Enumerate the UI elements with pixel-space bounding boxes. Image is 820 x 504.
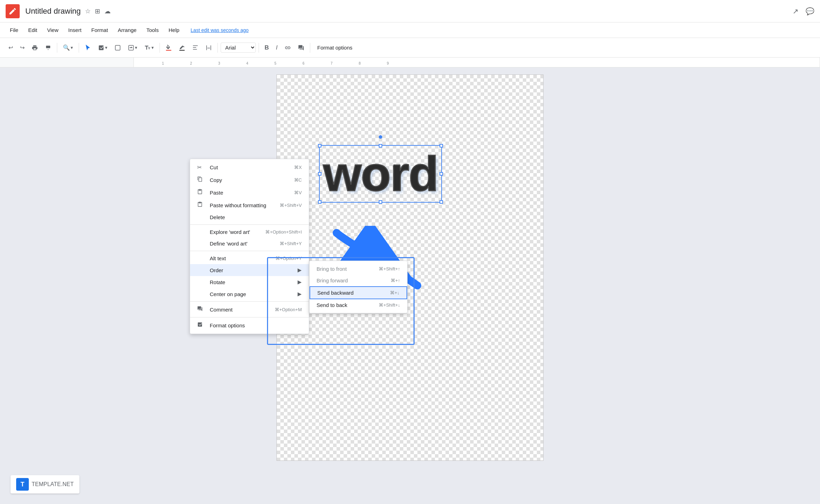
bring-front-label: Bring to front [317,266,379,272]
menu-file[interactable]: File [6,25,22,35]
ctx-delete-label: Delete [210,214,302,220]
handle-top-left[interactable] [318,144,321,148]
format-options-icon [197,322,206,329]
svg-text:4: 4 [246,61,248,65]
ctx-format-options[interactable]: Format options [190,319,309,332]
zoom-button[interactable]: 🔍 ▾ [60,42,76,53]
handle-top-middle[interactable] [379,144,382,148]
italic-button[interactable]: I [273,42,280,53]
handle-bottom-left[interactable] [318,200,321,204]
svg-text:1: 1 [162,61,164,65]
menu-format[interactable]: Format [87,25,112,35]
separator-5 [259,43,259,53]
ctx-order[interactable]: Order ▶ [190,264,309,276]
ctx-paste[interactable]: Paste ⌘V [190,186,309,199]
select-tool-button[interactable] [82,42,94,53]
ctx-define[interactable]: Define 'word art' ⌘+Shift+Y [190,238,309,249]
star-icon[interactable]: ☆ [85,7,91,15]
ctx-copy[interactable]: Copy ⌘C [190,174,309,186]
align-button[interactable] [189,42,201,53]
handle-left-middle[interactable] [318,172,321,176]
separator-4 [217,43,218,53]
redo-button[interactable]: ↪ [17,42,27,53]
send-backward-shortcut: ⌘+↓ [390,290,399,295]
word-art-element[interactable]: word [319,145,442,203]
ctx-center-label: Center on page [210,291,295,297]
separator-6 [310,43,310,53]
submenu-send-backward[interactable]: Send backward ⌘+↓ [310,286,407,299]
ctx-explore[interactable]: Explore 'word art' ⌘+Option+Shift+I [190,226,309,238]
shape-tool-button[interactable] [112,42,124,53]
center-arrow-icon: ▶ [298,291,302,297]
ctx-cut-shortcut: ⌘X [294,165,302,170]
paint-format-button[interactable] [42,42,54,53]
toolbar: ↩ ↪ 🔍 ▾ ▾ ▾ ▾ Arial B I [0,38,820,58]
comments-icon[interactable]: 💬 [806,7,814,15]
image-tool-button[interactable]: ▾ [125,42,140,53]
menu-view[interactable]: View [43,25,63,35]
ctx-paste-plain[interactable]: Paste without formatting ⌘+Shift+V [190,199,309,211]
ctx-center[interactable]: Center on page ▶ [190,288,309,300]
svg-text:9: 9 [387,61,389,65]
separator-3 [160,43,160,53]
format-options-button[interactable]: Format options [313,42,357,53]
menu-tools[interactable]: Tools [142,25,163,35]
menu-arrange[interactable]: Arrange [113,25,141,35]
border-color-button[interactable] [176,42,188,53]
svg-text:5: 5 [274,61,276,65]
ctx-paste-plain-shortcut: ⌘+Shift+V [280,203,302,208]
app-logo [6,4,20,18]
submenu-bring-forward[interactable]: Bring forward ⌘+↑ [310,275,407,286]
line-tool-button[interactable]: ▾ [95,42,110,53]
separator-1 [57,43,57,53]
ctx-comment[interactable]: Comment ⌘+Option+M [190,303,309,316]
bold-button[interactable]: B [262,42,272,53]
text-tool-button[interactable]: ▾ [142,42,157,53]
bring-forward-shortcut: ⌘+↑ [391,278,400,283]
handle-bottom-middle[interactable] [379,200,382,204]
link-button[interactable] [282,42,294,53]
menu-insert[interactable]: Insert [64,25,86,35]
rotate-handle[interactable] [379,135,382,139]
handle-top-right[interactable] [440,144,443,148]
ctx-cut-label: Cut [210,164,287,170]
ctx-delete[interactable]: Delete [190,211,309,223]
paste-plain-icon [197,202,206,209]
svg-text:7: 7 [331,61,333,65]
comment-inline-button[interactable] [295,42,307,53]
ctx-define-label: Define 'word art' [210,241,273,247]
handle-right-middle[interactable] [440,172,443,176]
ctx-comment-shortcut: ⌘+Option+M [275,307,302,312]
fill-color-button[interactable] [163,42,175,53]
font-selector[interactable]: Arial [221,42,256,53]
handle-bottom-right[interactable] [440,200,443,204]
activity-icon[interactable]: ↗ [793,7,799,15]
comment-icon [197,306,206,313]
print-button[interactable] [29,42,41,53]
ctx-sep-4 [190,317,309,318]
send-back-label: Send to back [317,302,379,308]
order-arrow-icon: ▶ [298,267,302,273]
submenu-send-back[interactable]: Send to back ⌘+Shift+↓ [310,299,407,311]
cloud-icon[interactable]: ☁ [104,7,111,15]
document-title[interactable]: Untitled drawing [25,7,81,16]
canvas-area: word ✂ Cut ⌘X [0,67,820,504]
drive-icon[interactable]: ⊞ [95,7,100,15]
undo-button[interactable]: ↩ [6,42,16,53]
menu-edit[interactable]: Edit [24,25,41,35]
ctx-comment-label: Comment [210,307,268,313]
ctx-rotate[interactable]: Rotate ▶ [190,276,309,288]
ctx-alt-text-label: Alt text [210,255,268,261]
send-back-shortcut: ⌘+Shift+↓ [379,302,400,308]
ctx-sep-2 [190,251,309,251]
paste-icon [197,189,206,196]
ctx-sep-1 [190,224,309,225]
submenu-bring-front[interactable]: Bring to front ⌘+Shift+↑ [310,263,407,275]
ctx-cut[interactable]: ✂ Cut ⌘X [190,161,309,174]
svg-text:2: 2 [190,61,192,65]
ctx-alt-text[interactable]: Alt text ⌘+Option+Y [190,253,309,264]
distribute-button[interactable] [203,42,215,53]
ctx-paste-shortcut: ⌘V [294,190,302,195]
menu-help[interactable]: Help [164,25,184,35]
word-art-text: word [323,146,438,201]
